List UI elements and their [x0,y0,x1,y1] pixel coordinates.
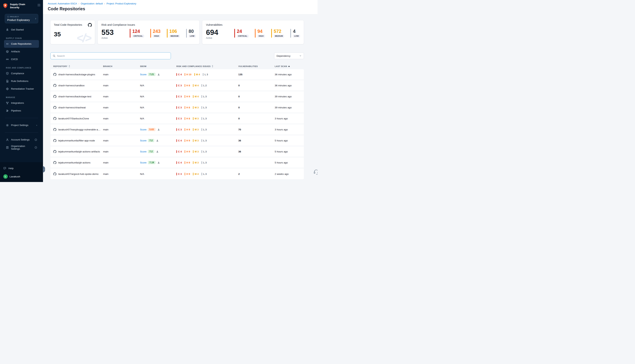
download-sbom-icon[interactable] [157,128,160,131]
table-row[interactable]: shash-harness/shashwatmainN/AC 3H 8M 3L … [50,102,304,113]
sidebar-item-label: Account Settings [11,138,30,141]
risk-low-count: L 3 [202,106,207,109]
column-risk-issues[interactable]: RISK AND COMPLIANCE ISSUES [176,65,238,68]
avatar: L [3,174,8,179]
column-repository[interactable]: REPOSITORY [53,65,103,68]
sidebar-item-code-repositories[interactable]: Code Repositories [4,40,39,48]
table-row[interactable]: shash-harness/sandboxmainN/AC 3H 8M 4L 2… [50,80,304,91]
repository-cell[interactable]: shash-harness/backstage-test [53,95,103,98]
branch-name: main [103,106,140,109]
vulnerability-count: 36 [238,139,275,142]
column-last-scan[interactable]: LAST SCAN [275,65,304,68]
repository-name: shash-harness/sandbox [58,84,85,87]
page-header: Account: Automation-SSCA › Organization:… [43,0,318,14]
sidebar-item-account-settings[interactable]: Account Settings [4,136,39,144]
sidebar-item-organization-settings[interactable]: Organization Settings [4,144,39,151]
last-scan: 5 hours ago [275,161,304,164]
download-sbom-icon[interactable] [157,73,160,76]
sbom-score-value: 7.19 [148,161,155,164]
sidebar-item-pipelines[interactable]: Pipelines [4,107,39,114]
search-input[interactable] [57,54,169,57]
sbom-score-value: 7.2 [148,150,154,153]
table-row[interactable]: tejakummarikuntla/gh-actions-artifactsma… [50,146,304,158]
sidebar-item-artifacts[interactable]: Artifacts [4,48,39,56]
table-row[interactable]: lavakush07/easybuggy-vulnerable-app...ma… [50,124,304,135]
severity-bar [203,73,203,76]
severity-bar [167,29,168,38]
sidebar-item-integrations[interactable]: Integrations [4,99,39,107]
search-box [50,52,171,59]
project-selector[interactable]: PROJECT Product Exploratory › [5,14,38,23]
risk-medium-count: M 3 [193,117,199,120]
download-sbom-icon[interactable] [156,150,159,153]
repository-name: shash-harness/backstage-plugins [58,73,95,76]
sbom-score-link[interactable]: Score [140,161,147,164]
user-menu[interactable]: L Lavakush [2,173,42,180]
table-row[interactable]: shash-harness/backstage-pluginsmainScore… [50,69,304,80]
risk-issues-cell: C 3H 8M 3L 3 [176,117,238,120]
repository-cell[interactable]: lavakush07/easybuggy-vulnerable-app... [53,128,103,131]
vulnerability-count: 0 [238,106,275,109]
table-row[interactable]: lavakush07/argocd-hub-spoke-demomainN/AC… [50,168,304,180]
breadcrumb-separator: › [104,2,105,5]
table-row[interactable]: tejakummarikuntla/gh-actionsmainScore7.1… [50,158,304,168]
repository-cell[interactable]: shash-harness/shashwat [53,106,103,109]
sidebar-item-get-started[interactable]: Get Started [4,26,39,34]
sidebar-item-compliance[interactable]: Compliance [4,70,39,77]
sidebar-item-help[interactable]: Help [2,164,42,172]
sidebar-item-label: Remediation Tracker [11,88,34,90]
sidebar-item-project-settings[interactable]: Project Settings › [4,122,39,129]
severity-bar [176,84,177,87]
github-icon [53,106,57,109]
download-sbom-icon[interactable] [156,139,159,142]
severity-stat: 572MEDIUM [271,29,284,38]
severity-bar [185,150,185,153]
severity-bar [130,29,131,38]
chevron-right-icon: › [36,124,37,126]
info-icon[interactable] [35,138,37,141]
filter-dropdown[interactable]: Dependency [274,52,304,59]
sbom-score-link[interactable]: Score [140,128,147,131]
module-grid-icon[interactable] [38,4,41,7]
breadcrumb: Account: Automation-SSCA › Organization:… [48,2,313,5]
table-row[interactable]: shash-harness/backstage-testmainN/AC 3H … [50,91,304,102]
chevron-down-icon [299,55,302,57]
repository-cell[interactable]: tejakummarikuntla/gh-actions-artifacts [53,150,103,153]
repository-cell[interactable]: shash-harness/backstage-plugins [53,73,103,76]
sidebar-item-remediation-tracker[interactable]: Remediation Tracker [4,85,39,93]
breadcrumb-project[interactable]: Project: Product Exploratory [107,2,136,5]
table-row[interactable]: tejakummarikuntla/filler-app-nodemainSco… [50,135,304,146]
risk-low-count: L 3 [202,128,207,131]
risk-low-count: L 3 [202,139,207,142]
card-title: Total Code Repositories [54,23,92,26]
repository-cell[interactable]: lavakush07/StarbucksClone [53,117,103,120]
github-icon [53,84,57,87]
repository-cell[interactable]: tejakummarikuntla/filler-app-node [53,139,103,142]
repository-cell[interactable]: shash-harness/sandbox [53,84,103,87]
support-headset-icon[interactable] [313,169,318,176]
table-header: REPOSITORY BRANCH SBOM RISK AND COMPLIAN… [50,64,304,69]
repository-cell[interactable]: lavakush07/argocd-hub-spoke-demo [53,172,103,176]
integrations-icon [6,102,9,104]
sidebar-footer: Help L Lavakush [0,162,43,182]
breadcrumb-account[interactable]: Account: Automation-SSCA [48,2,77,5]
info-icon[interactable] [35,146,37,149]
sbom-score-link[interactable]: Score [140,139,147,142]
risk-medium-count: M 4 [193,173,199,176]
severity-bar [290,29,291,38]
breadcrumb-organization[interactable]: Organization: default [81,2,103,5]
download-sbom-icon[interactable] [157,161,160,164]
sbom-cell: N/A [140,95,176,98]
risk-critical-count: C 4 [176,161,182,164]
risk-issues-cell: C 4H 9M 3L 3 [176,161,238,164]
sidebar-item-ci-cd[interactable]: CI/CD [4,56,39,63]
severity-bar [202,117,202,120]
repository-cell[interactable]: tejakummarikuntla/gh-actions [53,161,103,164]
risk-issues-cell: C 4H 9M 3L 3 [176,150,238,153]
table-row[interactable]: lavakush07/StarbucksClonemainN/AC 3H 8M … [50,113,304,124]
sbom-score-link[interactable]: Score [140,150,147,153]
severity-stat: 80LOW [186,29,196,38]
issues-subtitle: Active [102,37,129,39]
sbom-score-link[interactable]: Score [140,73,147,76]
sidebar-item-rule-definitions[interactable]: Rule Definitions [4,77,39,85]
